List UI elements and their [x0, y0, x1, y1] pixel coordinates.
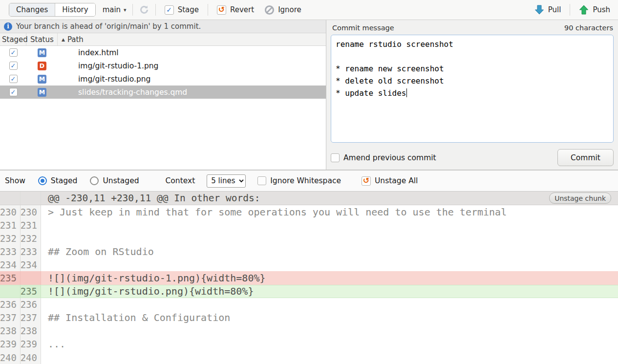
old-line-number: 234: [0, 258, 21, 271]
checkbox-unchecked: [331, 153, 340, 162]
line-text: [41, 324, 618, 338]
commit-message-label: Commit message: [332, 24, 394, 32]
push-up-arrow-icon: [579, 4, 589, 15]
stage-button[interactable]: ✓ Stage: [165, 5, 199, 15]
file-path: img/git-rstudio.png: [58, 75, 326, 84]
diff-line[interactable]: 234 234: [0, 258, 618, 271]
refresh-icon[interactable]: [139, 4, 149, 15]
status-badge-deleted: D: [38, 62, 46, 70]
old-line-number: 231: [0, 218, 21, 232]
branch-status-text: Your branch is ahead of 'origin/main' by…: [16, 22, 201, 31]
main-toolbar: Changes History main ▾ ✓ Stage ↺ Revert …: [0, 0, 618, 20]
line-text: ...: [41, 338, 618, 351]
unstage-all-button[interactable]: ↺ Unstage All: [362, 176, 418, 186]
old-line-number: 238: [0, 324, 21, 338]
toolbar-divider: [132, 4, 133, 16]
diff-chunk-header: @@ -230,11 +230,11 @@ In other words: Un…: [0, 192, 618, 205]
new-line-number: [21, 271, 41, 284]
column-header-staged[interactable]: Staged: [0, 33, 26, 45]
commit-actions-row: Amend previous commit Commit: [331, 149, 614, 166]
old-line-number: [0, 285, 21, 298]
amend-label: Amend previous commit: [343, 153, 436, 162]
old-line-number: 240: [0, 351, 21, 364]
revert-label: Revert: [230, 5, 254, 14]
old-line-number: 239: [0, 338, 21, 351]
ignore-button[interactable]: Ignore: [265, 5, 301, 15]
toolbar-divider: [155, 4, 156, 16]
radio-unselected-icon: [90, 176, 99, 185]
line-text: [41, 232, 618, 245]
tab-history[interactable]: History: [55, 3, 95, 16]
diff-line[interactable]: 237 237 ## Installation & Configuration: [0, 311, 618, 324]
commit-button[interactable]: Commit: [557, 149, 614, 166]
top-section: i Your branch is ahead of 'origin/main' …: [0, 20, 618, 170]
file-row-selected[interactable]: ✓ M slides/tracking-changes.qmd: [0, 86, 326, 99]
diff-line[interactable]: 238 238: [0, 324, 618, 338]
context-label: Context: [166, 176, 195, 185]
tab-changes[interactable]: Changes: [9, 3, 55, 16]
staged-checkbox[interactable]: ✓: [9, 62, 18, 70]
diff-line[interactable]: 239 239 ...: [0, 338, 618, 351]
branch-status-bar: i Your branch is ahead of 'origin/main' …: [0, 20, 326, 33]
changed-files-panel: i Your branch is ahead of 'origin/main' …: [0, 20, 326, 170]
old-line-number: 230: [0, 205, 21, 218]
commit-label-row: Commit message 90 characters: [331, 20, 614, 35]
file-row[interactable]: ✓ M index.html: [0, 46, 326, 59]
diff-line-added[interactable]: 235 ![](img/git-rstudio.png){width=80%}: [0, 285, 618, 298]
radio-staged[interactable]: Staged: [38, 176, 78, 185]
gutter-new: [21, 192, 41, 205]
staged-checkbox[interactable]: ✓: [9, 88, 18, 96]
diff-line[interactable]: 232 232: [0, 232, 618, 245]
new-line-number: 237: [21, 311, 41, 324]
ignore-prohibition-icon: [265, 5, 274, 15]
radio-unstaged[interactable]: Unstaged: [90, 176, 139, 185]
pull-label: Pull: [548, 5, 561, 14]
gutter-old: [0, 192, 21, 205]
context-lines-select[interactable]: 5 lines: [207, 174, 246, 188]
commit-message-input[interactable]: rename rstudio screenshot * rename new s…: [331, 35, 614, 143]
new-line-number: 240: [21, 351, 41, 364]
show-label: Show: [5, 176, 25, 185]
commit-panel: Commit message 90 characters rename rstu…: [326, 20, 618, 170]
staged-checkbox[interactable]: ✓: [9, 48, 18, 57]
file-row[interactable]: ✓ M img/git-rstudio.png: [0, 72, 326, 86]
new-line-number: 232: [21, 232, 41, 245]
commit-message-text: rename rstudio screenshot * rename new s…: [336, 40, 453, 98]
new-line-number: 239: [21, 338, 41, 351]
unstage-chunk-button[interactable]: Unstage chunk: [549, 193, 611, 204]
chunk-header-text: @@ -230,11 +230,11 @@ In other words:: [41, 193, 549, 204]
branch-selector[interactable]: main ▾: [103, 5, 127, 14]
new-line-number: 238: [21, 324, 41, 338]
diff-line[interactable]: 240 240: [0, 351, 618, 364]
stage-label: Stage: [178, 5, 199, 14]
column-header-path[interactable]: ▲ Path: [58, 33, 326, 45]
checkbox-unchecked: [257, 176, 266, 185]
column-header-status[interactable]: Status: [26, 33, 58, 45]
revert-button[interactable]: ↺ Revert: [217, 5, 254, 15]
toolbar-divider: [570, 4, 570, 16]
new-line-number: 230: [21, 205, 41, 218]
diff-line[interactable]: 230 230 > Just keep in mind that for som…: [0, 205, 618, 218]
diff-line[interactable]: 231 231: [0, 218, 618, 232]
sort-ascending-icon: ▲: [62, 37, 65, 42]
status-badge-modified: M: [38, 88, 46, 97]
unstage-all-revert-icon: ↺: [362, 176, 371, 186]
status-badge-modified: M: [38, 75, 46, 84]
file-row[interactable]: ✓ D img/git-rstudio-1.png: [0, 59, 326, 72]
file-path: slides/tracking-changes.qmd: [58, 88, 326, 97]
ignore-whitespace-checkbox[interactable]: Ignore Whitespace: [257, 176, 341, 185]
amend-previous-commit-checkbox[interactable]: Amend previous commit: [331, 153, 436, 162]
push-label: Push: [593, 5, 610, 14]
old-line-number: 237: [0, 311, 21, 324]
diff-line-deleted[interactable]: 235 ![](img/git-rstudio-1.png){width=80%…: [0, 271, 618, 284]
diff-line[interactable]: 233 233 ## Zoom on RStudio: [0, 245, 618, 258]
diff-line[interactable]: 236 236: [0, 298, 618, 311]
line-text: [41, 258, 618, 271]
pull-button[interactable]: Pull: [534, 4, 561, 15]
line-text: ## Zoom on RStudio: [41, 245, 618, 258]
new-line-number: 231: [21, 218, 41, 232]
push-button[interactable]: Push: [579, 4, 610, 15]
status-badge-modified: M: [38, 48, 46, 57]
staged-checkbox[interactable]: ✓: [9, 75, 18, 83]
git-review-changes-window: Changes History main ▾ ✓ Stage ↺ Revert …: [0, 0, 618, 364]
